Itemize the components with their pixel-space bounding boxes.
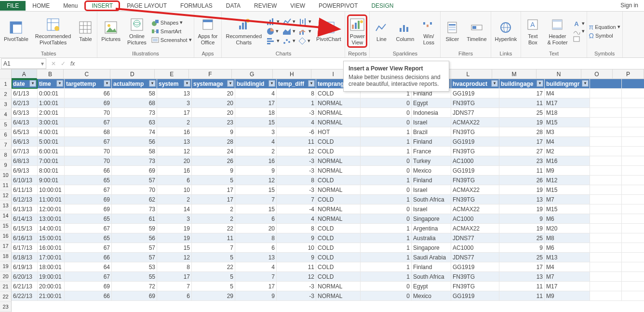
cell[interactable]: [622, 195, 644, 204]
cell[interactable]: 12: [277, 147, 316, 156]
cell[interactable]: [590, 282, 622, 291]
filter-button[interactable]: ▾: [537, 80, 543, 87]
cell[interactable]: 58: [112, 89, 157, 98]
row-header[interactable]: 21: [0, 282, 12, 292]
cell[interactable]: 7:00:01: [38, 156, 65, 166]
cell[interactable]: COLD: [316, 224, 361, 233]
cell[interactable]: 19: [499, 224, 545, 233]
cell[interactable]: M7: [545, 272, 590, 282]
cell[interactable]: 22: [192, 224, 235, 233]
cell[interactable]: 3: [157, 98, 192, 108]
cell[interactable]: 66: [65, 166, 112, 176]
cell[interactable]: 13:00:01: [38, 214, 65, 224]
cell[interactable]: 70: [65, 108, 112, 118]
cell[interactable]: 12: [277, 272, 316, 282]
cell[interactable]: M17: [545, 98, 590, 108]
cell[interactable]: 9: [235, 291, 277, 301]
filter-button[interactable]: ▾: [582, 80, 589, 87]
cell[interactable]: [622, 79, 644, 89]
cell[interactable]: 6/12/13: [12, 195, 38, 204]
signature-button[interactable]: ▾: [573, 28, 585, 35]
filter-button[interactable]: ▾: [491, 80, 498, 87]
tab-design[interactable]: DESIGN: [364, 1, 400, 11]
cell[interactable]: 4:00:01: [38, 127, 65, 137]
cell[interactable]: 19: [157, 233, 192, 243]
cell[interactable]: 19: [499, 204, 545, 214]
cell[interactable]: 70: [112, 185, 157, 195]
col-header-H[interactable]: H: [273, 69, 312, 79]
cell[interactable]: -3: [277, 166, 316, 176]
cell[interactable]: 9: [235, 166, 277, 176]
cell[interactable]: 67: [65, 224, 112, 233]
cell[interactable]: [590, 291, 622, 301]
cell[interactable]: M4: [545, 89, 590, 98]
tab-view[interactable]: VIEW: [283, 1, 312, 11]
cell[interactable]: 1: [361, 233, 412, 243]
cell[interactable]: M6: [545, 243, 590, 253]
cell[interactable]: Singapore: [412, 243, 451, 253]
cell[interactable]: 6:00:01: [38, 147, 65, 156]
recommended-pivottables-button[interactable]: Recommended PivotTables: [33, 16, 73, 46]
cell[interactable]: FN39TG: [451, 98, 499, 108]
cell[interactable]: 6/8/13: [12, 156, 38, 166]
smartart-button[interactable]: SmartArt: [151, 27, 192, 35]
tab-formulas[interactable]: FORMULAS: [174, 1, 219, 11]
cell[interactable]: South Africa: [412, 195, 451, 204]
row-header[interactable]: 15: [0, 221, 12, 231]
cell[interactable]: 9: [192, 127, 235, 137]
cell[interactable]: 9: [499, 243, 545, 253]
cell[interactable]: 7: [235, 272, 277, 282]
filter-button[interactable]: ▾: [268, 80, 275, 87]
cell[interactable]: GG1919: [451, 89, 499, 98]
cell[interactable]: 9:00:01: [38, 176, 65, 185]
cell[interactable]: 11: [192, 233, 235, 243]
cell[interactable]: COLD: [316, 243, 361, 253]
cell[interactable]: 56: [112, 137, 157, 147]
cell[interactable]: 4: [235, 137, 277, 147]
cell[interactable]: 1: [361, 147, 412, 156]
cell[interactable]: 5: [192, 282, 235, 291]
cell[interactable]: GG1919: [451, 166, 499, 176]
cell[interactable]: 67: [65, 137, 112, 147]
row-header[interactable]: 19: [0, 261, 12, 271]
cell[interactable]: Israel: [412, 118, 451, 127]
cell[interactable]: 0: [361, 185, 412, 195]
cell[interactable]: COLD: [316, 233, 361, 243]
cell[interactable]: 64: [65, 262, 112, 272]
select-all-corner[interactable]: [0, 69, 12, 79]
cell[interactable]: 70: [65, 147, 112, 156]
sign-in-link[interactable]: Sign in: [620, 2, 638, 9]
cell[interactable]: 6: [235, 243, 277, 253]
cell[interactable]: [590, 156, 622, 166]
cell[interactable]: 8: [277, 224, 316, 233]
cell[interactable]: 26: [499, 176, 545, 185]
cell[interactable]: 66: [65, 253, 112, 262]
cell[interactable]: COLD: [316, 176, 361, 185]
cell[interactable]: 12: [157, 147, 192, 156]
col-header-A[interactable]: A: [12, 69, 37, 79]
cell[interactable]: 5: [192, 272, 235, 282]
cell[interactable]: GG1919: [451, 137, 499, 147]
table-header-targettemp[interactable]: targettemp▾: [65, 79, 112, 89]
cell[interactable]: 66: [65, 89, 112, 98]
filter-button[interactable]: ▾: [104, 80, 110, 87]
chart-radar-gallery[interactable]: ▾: [298, 37, 311, 45]
cell[interactable]: [590, 214, 622, 224]
col-header-L[interactable]: L: [444, 69, 492, 79]
cell[interactable]: FN39TG: [451, 282, 499, 291]
row-header[interactable]: 3: [0, 99, 12, 109]
cell[interactable]: ACMAX22: [451, 118, 499, 127]
cell[interactable]: [622, 262, 644, 272]
cell[interactable]: 17: [499, 89, 545, 98]
cell[interactable]: [590, 137, 622, 147]
col-header-P[interactable]: P: [613, 69, 644, 79]
cell[interactable]: 12: [235, 176, 277, 185]
chart-combo-gallery[interactable]: ▾: [298, 27, 311, 35]
cell[interactable]: 7: [277, 195, 316, 204]
cell[interactable]: 11: [499, 291, 545, 301]
cell[interactable]: 5: [192, 176, 235, 185]
cell[interactable]: 15:00:01: [38, 233, 65, 243]
cell[interactable]: NORMAL: [316, 214, 361, 224]
tab-data[interactable]: DATA: [219, 1, 247, 11]
cell[interactable]: 17: [235, 282, 277, 291]
